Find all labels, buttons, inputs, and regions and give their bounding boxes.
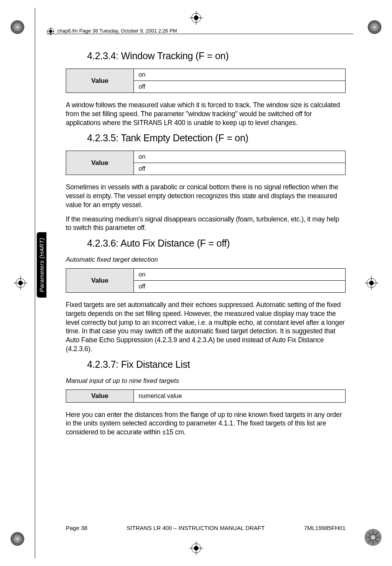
table-cell: on xyxy=(134,151,346,163)
table-cell: off xyxy=(134,163,346,175)
register-mark-icon xyxy=(189,11,203,25)
page-header: chap6.fm Page 38 Tuesday, October 9, 200… xyxy=(46,27,353,34)
table-label: Value xyxy=(66,151,134,175)
table-label: Value xyxy=(66,269,134,293)
register-mark-icon xyxy=(365,276,378,290)
table-cell: numerical value xyxy=(134,389,346,402)
svg-point-2 xyxy=(16,26,19,28)
section-heading: 4.2.3.7: Fix Distance List xyxy=(87,359,346,370)
disc-icon xyxy=(10,19,25,35)
table-cell: on xyxy=(134,269,346,281)
value-table: Value on off xyxy=(66,268,346,293)
section-heading: 4.2.3.4: Window Tracking (F = on) xyxy=(87,50,346,62)
value-table: Value on off xyxy=(66,151,346,175)
body-paragraph: If the measuring medium's signal disappe… xyxy=(66,215,346,233)
register-mark-icon xyxy=(189,541,203,555)
disc-icon xyxy=(10,531,25,547)
svg-point-10 xyxy=(371,535,375,540)
side-tab: Parameters (HART) xyxy=(37,232,46,298)
footer-page-number: Page 38 xyxy=(66,525,87,531)
footer-title: SITRANS LR 400 – INSTRUCTION MANUAL DRAF… xyxy=(87,525,304,531)
table-cell: off xyxy=(134,281,346,293)
table-cell: on xyxy=(134,69,346,81)
body-paragraph: Fixed targets are set automatically and … xyxy=(66,300,346,353)
disc-icon xyxy=(367,19,382,35)
section-subtitle: Manual input of up to nine fixed targets xyxy=(66,377,346,385)
section-heading: 4.2.3.5: Tank Empty Detection (F = on) xyxy=(87,132,346,144)
body-paragraph: A window follows the measured value whic… xyxy=(66,101,346,127)
body-paragraph: Sometimes in vessels with a parabolic or… xyxy=(66,183,346,209)
table-label: Value xyxy=(66,69,134,93)
value-table: Value numerical value xyxy=(66,389,346,403)
register-mark-icon xyxy=(14,276,27,290)
footer-doc-id: 7ML19985FH01 xyxy=(304,525,346,531)
margin-line xyxy=(35,8,35,558)
svg-point-8 xyxy=(16,538,19,540)
register-mark-icon xyxy=(46,27,55,36)
star-disc-icon xyxy=(364,528,382,547)
section-subtitle: Automatic fixed target detection xyxy=(66,256,346,264)
content-area: 4.2.3.4: Window Tracking (F = on) Value … xyxy=(66,46,346,516)
table-label: Value xyxy=(66,389,134,402)
body-paragraph: Here you can enter the distances from th… xyxy=(66,410,346,437)
svg-point-5 xyxy=(373,26,376,28)
table-cell: off xyxy=(134,81,346,93)
value-table: Value on off xyxy=(66,69,346,93)
header-text: chap6.fm Page 38 Tuesday, October 9, 200… xyxy=(57,28,177,34)
section-heading: 4.2.3.6: Auto Fix Distance (F = off) xyxy=(87,238,346,249)
page-footer: Page 38 SITRANS LR 400 – INSTRUCTION MAN… xyxy=(66,525,346,531)
